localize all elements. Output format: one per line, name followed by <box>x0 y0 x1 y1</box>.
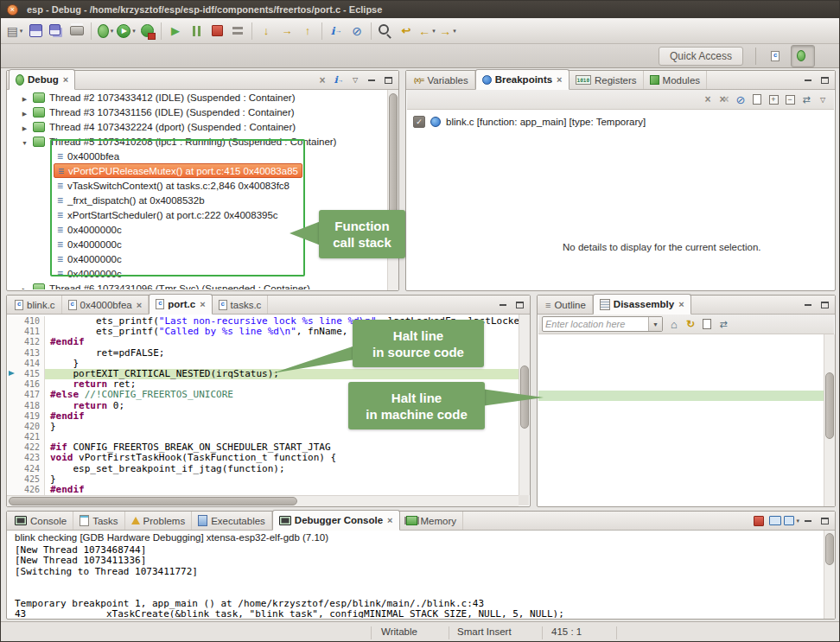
step-return-button[interactable] <box>297 21 318 41</box>
close-tab-icon[interactable] <box>557 75 562 84</box>
tab-modules[interactable]: Modules <box>644 71 707 89</box>
tab-registers[interactable]: Registers <box>570 71 644 89</box>
quick-access-button[interactable]: Quick Access <box>659 47 743 66</box>
breakpoint-row[interactable]: blink.c [function: app_main] [type: Temp… <box>407 114 834 130</box>
show-source-toggle[interactable] <box>699 316 715 332</box>
display-selected-console-button[interactable] <box>767 513 783 529</box>
view-menu-button[interactable] <box>815 92 830 107</box>
chevron-down-icon[interactable]: ▼ <box>648 317 662 331</box>
disassembly-row[interactable]: 40083a88: entry a1, 32 <box>538 434 824 444</box>
disassembly-row[interactable]: 40083a7d: movi.n a2, 1 <box>538 337 824 347</box>
location-input[interactable] <box>543 319 648 329</box>
window-close-button[interactable]: × <box>7 4 18 16</box>
tab-debug[interactable]: Debug <box>9 69 75 90</box>
console-scrollbar[interactable] <box>824 531 835 619</box>
tree-row[interactable]: vPortCPUReleaseMutex() at port.c:415 0x4… <box>8 163 387 178</box>
save-button[interactable] <box>25 21 46 41</box>
disassembly-row[interactable]: 40083a85: retw.n <box>538 391 824 401</box>
remove-all-breakpoints-button[interactable] <box>716 92 732 107</box>
step-over-button[interactable] <box>277 21 297 41</box>
maximize-button[interactable] <box>512 297 527 313</box>
last-edit-location-button[interactable] <box>396 21 417 41</box>
maximize-button[interactable] <box>817 297 832 313</box>
suspend-button[interactable] <box>186 21 207 41</box>
link-with-debug-view-button[interactable] <box>799 92 814 107</box>
disassembly-row[interactable]: 454 } <box>538 486 824 497</box>
search-button[interactable] <box>375 21 396 41</box>
disassembly-row[interactable]: 40083a8b: movi a11, 4 <box>538 454 824 465</box>
minimize-button[interactable] <box>800 73 816 88</box>
tree-row[interactable]: Thread #3 1073431156 (IDLE) (Suspended :… <box>8 105 387 119</box>
disassembly-row[interactable]: 40083a8e: or a10, a2, a2 <box>538 466 824 476</box>
resume-button[interactable] <box>165 21 186 41</box>
instruction-stepping-button[interactable] <box>326 21 347 41</box>
minimize-button[interactable] <box>800 297 816 313</box>
tab-tasks-c[interactable]: tasks.c <box>213 296 269 314</box>
collapse-all-button[interactable] <box>782 92 798 107</box>
close-tab-icon[interactable] <box>63 75 68 84</box>
refresh-button[interactable] <box>683 316 698 332</box>
debug-scrollbar[interactable] <box>387 90 398 290</box>
disconnect-button[interactable] <box>227 21 248 41</box>
twisty-icon[interactable] <box>20 283 29 290</box>
skip-all-breakpoints-button[interactable] <box>733 92 748 107</box>
twisty-icon[interactable] <box>20 122 29 132</box>
expand-all-button[interactable] <box>766 92 781 107</box>
remove-selected-breakpoints-button[interactable] <box>700 92 716 107</box>
code-line[interactable]: 425 } <box>8 474 519 485</box>
maximize-button[interactable] <box>817 513 832 529</box>
sync-selection-toggle[interactable] <box>716 316 731 332</box>
code-line[interactable]: 422 #if CONFIG_FREERTOS_BREAK_ON_SCHEDUL… <box>8 442 519 453</box>
tab-blink-c[interactable]: blink.c <box>9 296 62 314</box>
external-tools-button[interactable] <box>137 21 157 41</box>
disassembly-row[interactable]: 40083a82: callx8 a8 <box>538 369 824 379</box>
save-all-button[interactable] <box>46 21 67 41</box>
scrollbar-thumb[interactable] <box>825 372 834 440</box>
minimize-button[interactable] <box>495 297 511 313</box>
perspective-debug-button[interactable] <box>791 45 815 67</box>
tab-memory[interactable]: Memory <box>400 512 464 530</box>
open-console-button[interactable] <box>784 513 799 529</box>
tab-console[interactable]: Console <box>9 512 73 530</box>
editor-horizontal-scrollbar[interactable] <box>7 495 519 506</box>
disassembly-row[interactable]: 40083a87: srli a3, a0, 6 <box>538 401 824 411</box>
twisty-icon[interactable] <box>20 107 29 118</box>
terminate-console-button[interactable] <box>751 513 767 529</box>
close-tab-icon[interactable] <box>387 516 392 524</box>
debugger-console-output[interactable]: blink checking [GDB Hardware Debugging] … <box>8 531 824 618</box>
tree-row[interactable]: _frxt_dispatch() at 0x4008532b <box>8 193 387 207</box>
code-line[interactable]: 423 void vPortFirstTaskHook(TaskFunction… <box>8 453 519 463</box>
tree-row[interactable]: 0x4000bfea <box>8 149 387 163</box>
tree-row[interactable]: vTaskSwitchContext() at tasks.c:2,846 0x… <box>8 178 387 193</box>
forward-button[interactable] <box>437 21 458 41</box>
disassembly-row[interactable]: 452 { <box>538 412 824 423</box>
run-button[interactable] <box>116 21 137 41</box>
tab-0x4000bfea[interactable]: 0x4000bfea <box>62 296 150 314</box>
close-tab-icon[interactable] <box>678 300 684 308</box>
disassembly-row[interactable]: 40083a7f: l32r a8, 0x40080544 <box>538 359 824 369</box>
terminate-button[interactable] <box>207 21 227 41</box>
disassembly-row[interactable]: pvPortMalloc: <box>538 423 824 433</box>
disassembly-row[interactable]: 453 return heap_caps_malloc(xWantedSize <box>538 444 824 454</box>
tree-row[interactable]: Thread #6 1073431096 (Tmr Svc) (Suspende… <box>8 281 387 289</box>
tree-row[interactable]: Thread #2 1073433412 (IDLE) (Suspended :… <box>8 90 387 105</box>
tab-variables[interactable]: Variables <box>408 71 475 89</box>
new-wizard-button[interactable] <box>4 21 25 41</box>
tab-breakpoints[interactable]: Breakpoints <box>475 69 570 90</box>
debug-button[interactable] <box>95 21 116 41</box>
maximize-button[interactable] <box>817 73 832 88</box>
code-line[interactable]: 426 #endif <box>8 485 519 495</box>
tab-outline[interactable]: Outline <box>539 296 593 314</box>
minimize-button[interactable] <box>800 513 816 529</box>
disassembly-row[interactable]: 415 portEXIT_CRITICAL_NESTED(irqStatus); <box>538 347 824 358</box>
tab-disassembly[interactable]: Disassembly <box>593 294 691 315</box>
code-line[interactable]: 424 esp_set_breakpoint_if_jtag(function)… <box>8 464 519 474</box>
disassembly-row[interactable]: 420 } <box>538 380 824 391</box>
scrollbar-thumb[interactable] <box>825 533 834 565</box>
step-into-button[interactable] <box>256 21 277 41</box>
tree-row[interactable]: Thread #5 1073410208 (ipc1 : Running) (S… <box>8 134 387 149</box>
instruction-stepping-mode-button[interactable] <box>331 73 347 88</box>
minimize-button[interactable] <box>364 73 379 88</box>
perspective-cpp-button[interactable] <box>765 45 789 67</box>
twisty-icon[interactable] <box>20 92 29 103</box>
